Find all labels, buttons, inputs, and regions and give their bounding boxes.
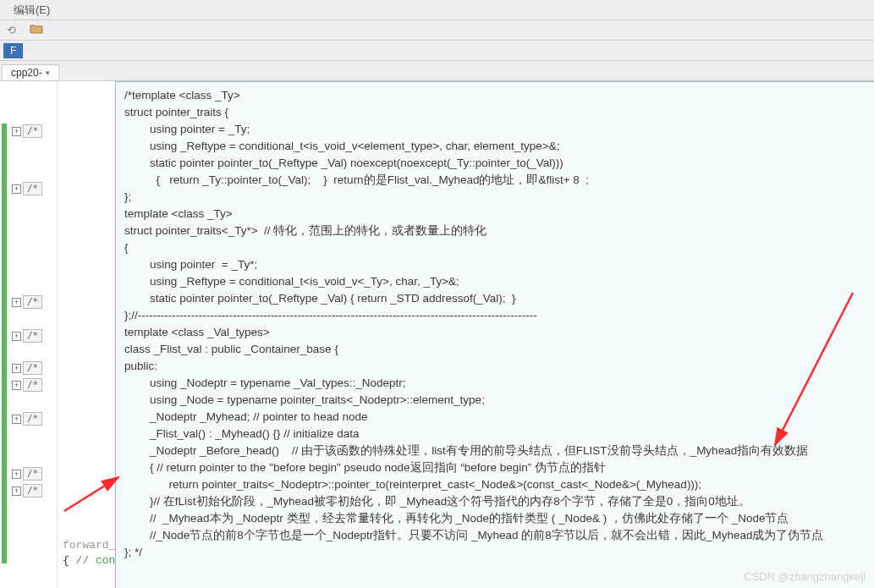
tooltip-line: template <class _Val_types> xyxy=(124,324,874,341)
gutter-row: +/* xyxy=(0,411,57,426)
tooltip-line: static pointer pointer_to(_Reftype _Val)… xyxy=(124,155,874,172)
folded-comment-marker[interactable]: /* xyxy=(23,329,42,343)
fold-toggle[interactable]: + xyxy=(12,486,21,496)
tooltip-line: class _Flist_val : public _Container_bas… xyxy=(124,341,874,358)
code-surface[interactable]: forward_list(_CRT_GUARDOVERFLOW size_typ… xyxy=(58,81,874,588)
fold-toggle[interactable]: + xyxy=(12,381,21,390)
gutter: +/*+/*+/*+/*+/*+/*+/*+/*+/* xyxy=(0,81,58,588)
tooltip-line: using _Node = typename pointer_traits<_N… xyxy=(124,392,874,409)
gutter-row: +/* xyxy=(0,466,57,481)
folded-comment-marker[interactable]: /* xyxy=(23,412,42,426)
gutter-row: +/* xyxy=(0,377,57,393)
menu-bar: 编辑(E) xyxy=(0,0,874,20)
tooltip-line: using _Reftype = conditional_t<is_void_v… xyxy=(124,138,874,155)
folded-comment-marker[interactable]: /* xyxy=(23,295,42,309)
fold-toggle[interactable]: + xyxy=(12,415,21,424)
tooltip-line: static pointer pointer_to(_Reftype _Val)… xyxy=(124,290,874,307)
tooltip-line: _Flist_val() : _Myhead() {} // initializ… xyxy=(124,426,874,442)
tooltip-line: return pointer_traits<_Nodeptr>::pointer… xyxy=(124,476,874,493)
gutter-row: +/* xyxy=(0,181,57,196)
tab-bar: cpp20- ▾ xyxy=(0,61,874,81)
tooltip-line: }// 在fList初始化阶段，_Myhead被零初始化，即 _Myhead这个… xyxy=(124,493,874,510)
folded-comment-marker[interactable]: /* xyxy=(23,467,42,481)
history-back-icon[interactable]: ⟲ xyxy=(7,24,16,36)
tooltip-line: // _Myhead本为 _Nodeptr 类型，经去常量转化，再转化为 _No… xyxy=(124,510,874,527)
folder-icon[interactable] xyxy=(30,24,43,36)
watermark: CSDN @zhangzhangkeji xyxy=(744,570,866,583)
tooltip-line: struct pointer_traits<_Ty*> // 特化，范围上的特化… xyxy=(124,223,874,239)
gutter-row: +/* xyxy=(0,294,57,310)
fold-toggle[interactable]: + xyxy=(12,184,21,194)
folded-comment-marker[interactable]: /* xyxy=(23,378,42,392)
tooltip-line: { return _Ty::pointer_to(_Val); } return… xyxy=(124,172,874,189)
fold-toggle[interactable]: + xyxy=(12,298,21,307)
folded-comment-marker[interactable]: /* xyxy=(23,361,42,375)
menu-edit[interactable]: 编辑(E) xyxy=(7,1,57,19)
tooltip-line: { // return pointer to the "before begin… xyxy=(124,459,874,476)
folded-comment-marker[interactable]: /* xyxy=(23,182,42,195)
toolbar-separator: · xyxy=(21,24,25,36)
chevron-down-icon[interactable]: ▾ xyxy=(46,69,50,77)
tooltip-line: //_Node节点的前8个字节也是一个_Nodeptr指针。只要不访问 _Myh… xyxy=(124,527,874,544)
toolbar-row-1: ⟲ · xyxy=(0,20,874,41)
tooltip-line: /*template <class _Ty> xyxy=(124,87,874,104)
tooltip-line: _Nodeptr _Before_head() // 由于该函数的特殊处理，li… xyxy=(124,442,874,459)
tooltip-line: using pointer = _Ty*; xyxy=(124,256,874,273)
fold-toggle[interactable]: + xyxy=(12,127,21,136)
tab-label: cpp20- xyxy=(11,67,42,79)
tooltip-line: template <class _Ty> xyxy=(124,206,874,223)
code-editor[interactable]: +/*+/*+/*+/*+/*+/*+/*+/*+/* forward_list… xyxy=(0,81,874,588)
tooltip-line: struct pointer_traits { xyxy=(124,104,874,121)
fold-toggle[interactable]: + xyxy=(12,332,21,341)
tooltip-line: _Nodeptr _Myhead; // pointer to head nod… xyxy=(124,409,874,426)
gutter-row: +/* xyxy=(0,360,57,376)
gutter-row: +/* xyxy=(0,124,57,139)
fold-toggle[interactable]: + xyxy=(12,470,21,479)
toolbar-row-2: F xyxy=(0,41,874,61)
fold-toggle[interactable]: + xyxy=(12,364,21,373)
folded-comment-marker[interactable]: /* xyxy=(23,484,42,497)
tooltip-line: using _Reftype = conditional_t<is_void_v… xyxy=(124,273,874,290)
tooltip-line: public: xyxy=(124,358,874,375)
folded-comment-marker[interactable]: /* xyxy=(23,124,42,138)
tooltip-line: { xyxy=(124,239,874,256)
gutter-row: +/* xyxy=(0,328,57,343)
tab-cpp20[interactable]: cpp20- ▾ xyxy=(2,64,59,80)
svg-line-0 xyxy=(64,477,118,511)
tooltip-panel: /*template <class _Ty>struct pointer_tra… xyxy=(115,81,874,588)
f-button[interactable]: F xyxy=(3,43,23,58)
gutter-row: +/* xyxy=(0,483,57,498)
tooltip-line: }; xyxy=(124,189,874,206)
tooltip-line: using pointer = _Ty; xyxy=(124,121,874,138)
tooltip-line: }; */ xyxy=(124,544,874,561)
tooltip-line: using _Nodeptr = typename _Val_types::_N… xyxy=(124,375,874,392)
tooltip-line: };//------------------------------------… xyxy=(124,307,874,324)
